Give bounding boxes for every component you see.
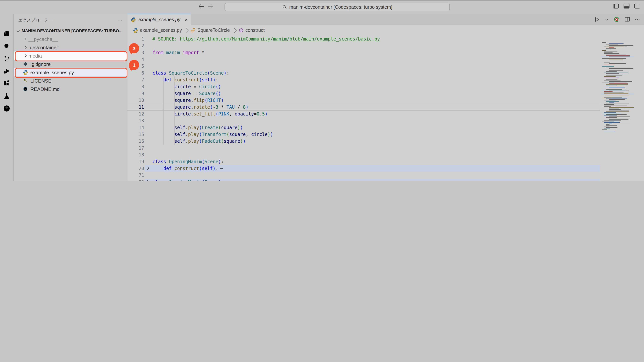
search-text: manim-devcontainer [Codespaces: turbo sy… [289,4,392,10]
breadcrumb-separator-icon [232,28,236,33]
line-number: 6 [128,70,144,76]
code-line-15: 15 self.play(Transform(square, circle)) [128,131,600,138]
tree-item-label: .gitignore [30,61,51,67]
line-number: 4 [128,56,144,63]
editor-area: example_scenes.py × example_scenes.pySqu… [128,14,644,181]
breadcrumb: example_scenes.pySquareToCircleconstruct [128,25,644,36]
line-number: 3 [128,49,144,56]
tree-item-__pycache__[interactable]: __pycache__ [14,35,127,43]
tree-item-label: media [28,53,42,58]
activity-explorer-icon[interactable] [1,28,12,39]
chevron-right-icon [23,37,27,41]
line-number: 1 [128,36,144,42]
explorer-sidebar: エクスプローラー MANIM-DEVCONTAINER [CODESPACES:… [14,14,128,181]
tree-item-media[interactable]: media [14,51,127,60]
tree-item-README.md[interactable]: README.md [14,85,127,93]
line-number: 9 [128,90,144,97]
views-more-icon[interactable] [117,17,122,23]
line-number: 20 [128,165,144,172]
tab-label: example_scenes.py [138,17,180,22]
activity-bar [0,14,14,181]
split-editor-icon[interactable] [624,16,630,22]
line-number: 12 [128,111,144,117]
tree-item-.gitignore[interactable]: .gitignore [14,60,127,68]
forward-icon[interactable] [208,3,215,10]
close-icon[interactable]: × [185,17,188,22]
tree-item-.devcontainer[interactable]: .devcontainer [14,43,127,51]
code-line-6: 6class SquareToCircle(Scene): [128,70,600,76]
manim-sideview-icon[interactable] [613,16,620,23]
method-icon [238,28,244,33]
line-number: 17 [128,145,144,152]
breadcrumb-separator-icon [184,28,188,33]
command-center-search[interactable]: manim-devcontainer [Codespaces: turbo sy… [224,3,450,11]
line-number: 16 [128,138,144,145]
tab-example-scenes[interactable]: example_scenes.py × [128,14,191,25]
tree-item-label: LICENSE [30,78,52,83]
line-number: 14 [128,124,144,131]
code-line-17: 17 [128,145,600,152]
code-line-13: 13 [128,117,600,124]
code-line-14: 14 self.play(Create(square)) [128,124,600,131]
line-number: 7 [128,76,144,83]
chevron-down-icon[interactable] [604,17,609,22]
line-number: 15 [128,131,144,138]
line-number: 11 [128,104,144,110]
code-line-18: 18 [128,152,600,158]
run-icon[interactable] [594,16,600,23]
chevron-right-icon [23,45,27,50]
fold-chevron-icon[interactable] [146,166,150,170]
activity-source-control-icon[interactable] [1,53,12,64]
ellipsis-icon[interactable] [634,17,640,22]
minimap[interactable] [601,42,634,133]
breadcrumb-item[interactable]: construct [238,28,264,33]
line-number: 5 [128,63,144,70]
layout-panel-icon[interactable] [624,3,630,9]
tree-item-example_scenes.py[interactable]: example_scenes.py [14,68,127,76]
chevron-right-icon [23,53,27,58]
activity-search-icon[interactable] [1,41,12,51]
activity-extensions-icon[interactable] [1,78,12,89]
line-number: 10 [128,97,144,104]
explorer-title: エクスプローラー [18,17,52,23]
code-line-20: 20 def construct(self):⋯ [128,165,600,172]
title-bar: manim-devcontainer [Codespaces: turbo sy… [0,0,644,14]
tree-item-label: example_scenes.py [30,69,74,75]
code-line-3: 3from manim import * [128,49,600,56]
git-file-icon [23,61,28,67]
key-file-icon [23,78,28,83]
python-icon [133,28,138,33]
line-number: 19 [128,158,144,165]
code-line-71: 71 [128,172,600,179]
code-line-11: 11 square.rotate(-3 * TAU / 8) [128,104,600,111]
breadcrumb-item[interactable]: example_scenes.py [133,28,182,33]
line-number: 2 [128,42,144,49]
fold-chevron-icon[interactable] [146,180,150,181]
activity-run-debug-icon[interactable] [1,66,12,76]
chevron-down-icon [16,28,20,33]
code-line-10: 10 square.flip(RIGHT) [128,97,600,104]
code-line-5: 5 [128,63,600,70]
tree-item-label: .devcontainer [28,44,58,50]
editor-actions [594,14,644,25]
code-line-8: 8 circle = Circle() [128,83,600,90]
line-number: 72 [128,179,144,181]
tree-item-LICENSE[interactable]: LICENSE [14,76,127,85]
workspace-root-row[interactable]: MANIM-DEVCONTAINER [CODESPACES: TURBO... [14,26,127,35]
back-icon[interactable] [197,3,204,10]
code-line-9: 9 square = Square() [128,90,600,97]
info-file-icon [23,86,28,92]
activity-testing-icon[interactable] [1,91,12,101]
activity-menu-icon[interactable] [1,16,12,26]
code-editor[interactable]: 1# SOURCE: https://github.com/ManimCommu… [128,36,600,181]
line-number: 8 [128,83,144,90]
line-number: 18 [128,152,144,158]
workspace-root-label: MANIM-DEVCONTAINER [CODESPACES: TURBO... [22,28,122,33]
activity-github-icon[interactable] [1,103,12,114]
layout-sidebar-icon[interactable] [613,3,619,9]
layout-secondary-sidebar-icon[interactable] [634,3,640,9]
python-icon [130,17,136,23]
code-line-2: 2 [128,42,600,49]
code-line-72: 72class OpeningManim(Scene):⋯ [128,179,600,181]
breadcrumb-item[interactable]: SquareToCircle [190,28,230,33]
